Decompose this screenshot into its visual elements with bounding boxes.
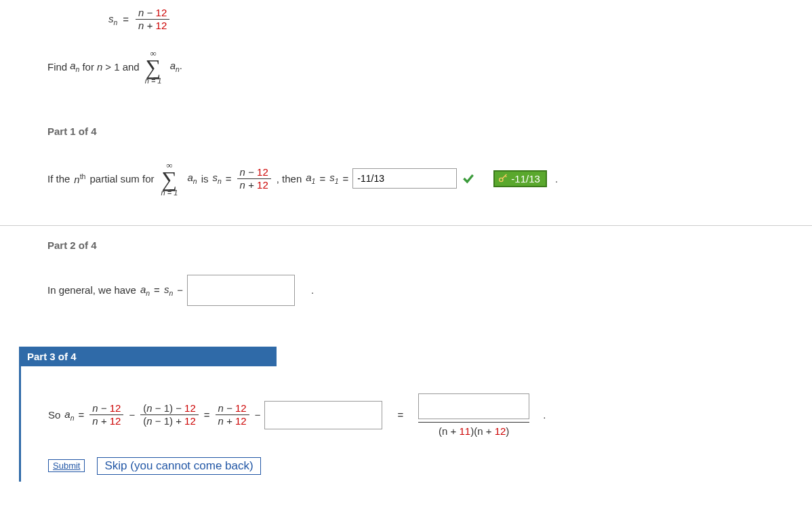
part1-label: Part 1 of 4 — [0, 112, 812, 151]
fraction-input-result: (n + 11)(n + 12) — [418, 393, 529, 437]
svg-point-0 — [500, 178, 503, 182]
fraction-p3c: n − 12 n + 12 — [216, 402, 249, 427]
part3-row: So an = n − 12 n + 12 − (n − 1) − 12 (n … — [21, 366, 812, 450]
part3-header: Part 3 of 4 — [19, 347, 277, 366]
fraction-p3a: n − 12 n + 12 — [89, 402, 123, 427]
part1-row: If the nth partial sum for ∞ ∑ n = 1 an … — [0, 151, 812, 217]
key-answer-text: -11/13 — [511, 173, 540, 185]
part1-answer-input[interactable] — [352, 168, 457, 189]
key-answer-badge: -11/13 — [493, 170, 547, 187]
check-icon — [461, 171, 476, 186]
fraction-sn: n − 12 n + 12 — [136, 7, 169, 32]
sigma-notation: ∞ ∑ n = 1 — [145, 49, 162, 85]
sigma-icon: ∑ — [146, 58, 161, 77]
part3-answer-input-2[interactable] — [418, 393, 529, 419]
sub-n: n — [114, 18, 118, 26]
skip-button[interactable]: Skip (you cannot come back) — [97, 457, 260, 475]
part3-answer-input-1[interactable] — [264, 401, 382, 429]
key-icon — [498, 173, 508, 184]
problem-container: sn = n − 12 n + 12 Find an for n > 1 and… — [0, 0, 812, 502]
var-s: s — [108, 13, 114, 24]
sigma-icon: ∑ — [162, 170, 178, 189]
fraction-p1: n − 12 n + 12 — [237, 166, 271, 191]
part3-body: So an = n − 12 n + 12 − (n − 1) − 12 (n … — [19, 366, 812, 482]
sn-definition: sn = n − 12 n + 12 — [61, 0, 812, 45]
equals: = — [123, 14, 129, 25]
submit-button[interactable]: Submit — [48, 459, 85, 472]
problem-statement: Find an for n > 1 and ∞ ∑ n = 1 an. — [0, 45, 812, 112]
result-denominator: (n + 11)(n + 12) — [439, 425, 509, 437]
part2-row: In general, we have an = sn − . — [0, 265, 812, 326]
part2-label: Part 2 of 4 — [0, 226, 812, 265]
fraction-p3b: (n − 1) − 12 (n − 1) + 12 — [140, 402, 199, 427]
sigma-notation-2: ∞ ∑ n = 1 — [161, 161, 178, 197]
buttons-row: Submit Skip (you cannot come back) — [21, 450, 812, 482]
part2-answer-input[interactable] — [187, 275, 295, 306]
